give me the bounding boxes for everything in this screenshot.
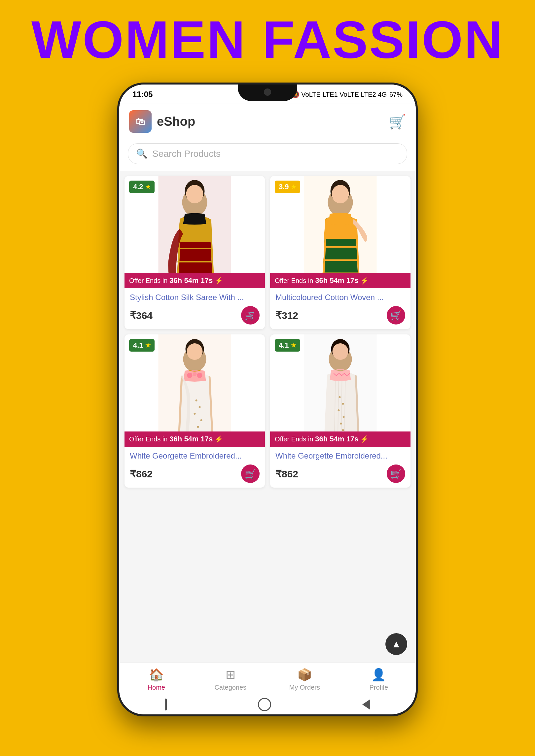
product-card-3[interactable]: 4.1 ★ Offer Ends in 36h 54m 17s ⚡ White … — [125, 334, 265, 488]
home-icon: 🏠 — [149, 668, 164, 682]
product-image-1: 4.2 ★ Offer Ends in 36h 54m 17s ⚡ — [125, 176, 265, 288]
rating-badge-2: 3.9 ★ — [275, 181, 300, 193]
offer-banner-3: Offer Ends in 36h 54m 17s ⚡ — [125, 431, 265, 447]
product-name-1: Stylish Cotton Silk Saree With ... — [130, 293, 260, 302]
product-footer-4: ₹862 🛒 — [275, 464, 405, 483]
svg-point-39 — [342, 429, 344, 431]
product-info-3: White Georgette Embroidered... ₹862 🛒 — [125, 447, 265, 488]
add-to-cart-4[interactable]: 🛒 — [387, 464, 405, 483]
battery-indicator: 67% — [389, 91, 403, 98]
offer-banner-1: Offer Ends in 36h 54m 17s ⚡ — [125, 273, 265, 288]
bolt-icon-4: ⚡ — [360, 435, 369, 443]
search-placeholder: Search Products — [152, 149, 221, 159]
svg-point-18 — [197, 373, 202, 378]
rating-value-4: 4.1 — [279, 341, 289, 350]
rating-star-2: ★ — [291, 183, 296, 190]
add-to-cart-3[interactable]: 🛒 — [241, 464, 260, 483]
offer-time-3: 36h 54m 17s — [169, 435, 213, 443]
bolt-icon-2: ⚡ — [360, 277, 369, 285]
svg-point-37 — [343, 416, 345, 418]
status-icons: 🔕 VoLTE LTE1 VoLTE LTE2 4G 67% — [291, 90, 403, 98]
offer-time-1: 36h 54m 17s — [169, 276, 213, 285]
product-card-1[interactable]: 4.2 ★ Offer Ends in 36h 54m 17s ⚡ Stylis… — [125, 176, 265, 329]
rating-badge-3: 4.1 ★ — [129, 339, 155, 352]
nav-item-profile[interactable]: 👤 Profile — [342, 668, 416, 691]
svg-point-36 — [338, 409, 340, 411]
add-to-cart-2[interactable]: 🛒 — [387, 306, 405, 325]
volume-down-button — [117, 210, 118, 243]
product-price-1: ₹364 — [130, 310, 153, 321]
product-info-4: White Georgette Embroidered... ₹862 🛒 — [270, 447, 410, 488]
search-icon: 🔍 — [136, 148, 148, 159]
svg-point-21 — [196, 399, 197, 401]
product-image-4: 4.1 ★ Offer Ends in 36h 54m 17s ⚡ — [270, 334, 410, 447]
offer-text-3: Offer Ends in — [129, 435, 167, 443]
svg-point-17 — [193, 372, 197, 376]
scroll-to-top-button[interactable]: ▲ — [385, 633, 407, 655]
front-camera — [264, 88, 271, 96]
offer-time-2: 36h 54m 17s — [315, 276, 358, 285]
search-bar-container: 🔍 Search Products — [119, 139, 416, 171]
gesture-back — [362, 699, 370, 710]
rating-star-1: ★ — [145, 183, 151, 190]
product-price-2: ₹312 — [275, 310, 298, 321]
cart-button[interactable]: 🛒 — [389, 114, 406, 130]
svg-point-23 — [194, 413, 196, 415]
phone-screen: 11:05 🔕 VoLTE LTE1 VoLTE LTE2 4G 67% 🛍 e… — [119, 85, 416, 714]
status-time: 11:05 — [132, 90, 153, 99]
product-price-4: ₹862 — [275, 468, 298, 480]
notch — [238, 85, 297, 101]
nav-label-profile: Profile — [369, 684, 388, 691]
rating-star-3: ★ — [145, 342, 151, 349]
notification-icons: 🔕 VoLTE LTE1 VoLTE LTE2 4G — [291, 90, 387, 98]
volume-up-button — [117, 177, 118, 197]
add-to-cart-1[interactable]: 🛒 — [241, 306, 260, 325]
rating-badge-1: 4.2 ★ — [129, 181, 155, 193]
profile-icon: 👤 — [371, 668, 386, 682]
silent-button — [117, 250, 118, 283]
product-name-2: Multicoloured Cotton Woven ... — [275, 293, 405, 302]
gesture-home — [258, 698, 271, 711]
app-logo-area: 🛍 eShop — [129, 110, 195, 133]
product-name-3: White Georgette Embroidered... — [130, 451, 260, 461]
svg-point-16 — [187, 373, 193, 378]
product-card-2[interactable]: 3.9 ★ Offer Ends in 36h 54m 17s ⚡ Multic… — [270, 176, 410, 329]
nav-label-home: Home — [148, 684, 165, 691]
product-info-1: Stylish Cotton Silk Saree With ... ₹364 … — [125, 288, 265, 329]
page-title: WOMEN FASSION — [31, 13, 504, 66]
rating-value-2: 3.9 — [279, 183, 289, 191]
svg-point-10 — [332, 185, 349, 203]
nav-item-home[interactable]: 🏠 Home — [119, 668, 194, 691]
svg-point-22 — [199, 406, 201, 408]
nav-item-orders[interactable]: 📦 My Orders — [268, 668, 342, 691]
orders-icon: 📦 — [297, 668, 312, 682]
bolt-icon-3: ⚡ — [215, 435, 223, 443]
bottom-nav: 🏠 Home ⊞ Categories 📦 My Orders 👤 Profil… — [119, 662, 416, 695]
app-name: eShop — [157, 115, 195, 129]
product-name-4: White Georgette Embroidered... — [275, 451, 405, 461]
bolt-icon-1: ⚡ — [215, 277, 223, 285]
nav-label-orders: My Orders — [289, 684, 320, 691]
gesture-bar — [165, 699, 167, 710]
offer-banner-2: Offer Ends in 36h 54m 17s ⚡ — [270, 273, 410, 288]
search-bar[interactable]: 🔍 Search Products — [128, 143, 407, 164]
svg-point-35 — [342, 403, 344, 405]
app-logo: 🛍 — [129, 110, 152, 133]
nav-item-categories[interactable]: ⊞ Categories — [194, 668, 268, 691]
product-info-2: Multicoloured Cotton Woven ... ₹312 🛒 — [270, 288, 410, 329]
phone-frame: 11:05 🔕 VoLTE LTE1 VoLTE LTE2 4G 67% 🛍 e… — [117, 83, 418, 716]
product-image-2: 3.9 ★ Offer Ends in 36h 54m 17s ⚡ — [270, 176, 410, 288]
offer-time-4: 36h 54m 17s — [315, 435, 358, 443]
product-footer-3: ₹862 🛒 — [130, 464, 260, 483]
svg-point-3 — [186, 185, 203, 203]
svg-point-20 — [187, 343, 203, 360]
products-scroll[interactable]: 4.2 ★ Offer Ends in 36h 54m 17s ⚡ Stylis… — [119, 171, 416, 662]
svg-point-24 — [200, 419, 202, 421]
product-card-4[interactable]: 4.1 ★ Offer Ends in 36h 54m 17s ⚡ White … — [270, 334, 410, 488]
product-footer-1: ₹364 🛒 — [130, 306, 260, 325]
phone-bottom-bar — [119, 695, 416, 714]
offer-text-2: Offer Ends in — [275, 277, 313, 285]
offer-banner-4: Offer Ends in 36h 54m 17s ⚡ — [270, 431, 410, 447]
svg-point-38 — [340, 423, 342, 425]
product-footer-2: ₹312 🛒 — [275, 306, 405, 325]
